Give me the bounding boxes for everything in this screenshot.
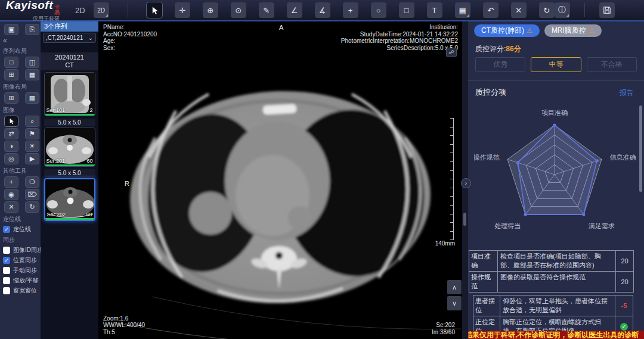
grade-medium-button[interactable]: 中等	[531, 57, 581, 72]
magnifier-icon: ⌕	[30, 117, 34, 125]
info-icon: ⓘ	[558, 5, 566, 15]
thumb-series-number: Ser:101	[47, 107, 66, 113]
pan-tool-button[interactable]: ✛	[175, 2, 190, 18]
rectangle-tool-button[interactable]: □	[399, 2, 414, 18]
invert-icon: ◑	[10, 142, 14, 150]
angle-tool-button[interactable]: ∠	[287, 2, 302, 18]
zoom-tool-button[interactable]: ⊕	[203, 2, 218, 18]
rail-delete-button[interactable]: ✕	[4, 201, 18, 213]
2d-icon: 2D	[97, 7, 105, 14]
slice-scrollbar-thumb[interactable]	[463, 213, 466, 226]
report-link[interactable]: 报告	[620, 88, 634, 98]
thumb-loaded-bar	[45, 164, 95, 166]
comment-button[interactable]: ❍	[25, 176, 39, 188]
layout-single-button[interactable]: □	[4, 57, 18, 68]
cursor-icon	[8, 117, 15, 125]
orientation-anterior: A	[279, 24, 283, 31]
window-presets-button[interactable]: ▦	[455, 2, 470, 18]
reset-button[interactable]: ↻	[539, 2, 555, 18]
checkbox-image-id-sync[interactable]: ✓ 图像ID同步	[3, 246, 38, 254]
qc-score: 质控评分:86分	[475, 44, 521, 54]
series-list-icon: ▣	[8, 26, 14, 33]
series-description: SeriesDescription:5.0 x 5.0	[341, 45, 458, 52]
target-button[interactable]: ◎	[4, 153, 18, 164]
cobb-angle-tool-button[interactable]: ∡	[315, 2, 330, 18]
cine-flag-button[interactable]: ⚑	[25, 128, 39, 139]
ellipse-tool-button[interactable]: ○	[371, 2, 386, 18]
tab-mri-qc[interactable]: MRI脑质控 ⚠	[544, 24, 602, 37]
grade-label: 中等	[549, 60, 563, 70]
pointer-tool-button[interactable]	[147, 2, 162, 18]
qc-item-penalty: -5	[615, 296, 633, 316]
slice-down-button[interactable]: ∨	[447, 296, 462, 310]
layout-3x3-button[interactable]: ▦	[25, 69, 39, 80]
floppy-save-icon	[603, 6, 611, 14]
grade-excellent-button[interactable]: 优秀	[475, 57, 525, 72]
flip-button[interactable]: ⇄	[4, 128, 18, 139]
add-button[interactable]: +	[4, 176, 18, 188]
series-panel: 3个序列 ,CT,20240121 ⌄ 20240121 CT Ser:101 …	[41, 21, 98, 339]
grade-label: 优秀	[493, 60, 507, 70]
panel-expand-button[interactable]: ›	[461, 178, 471, 188]
thumb-series-number: Ser:202	[47, 212, 66, 217]
mode-2d-button[interactable]: 2D	[94, 2, 109, 18]
series-list-button[interactable]: ▣	[4, 24, 18, 35]
series-dropdown[interactable]: ,CT,20240121 ⌄	[43, 33, 96, 43]
collapse-rail-button[interactable]: «	[3, 36, 38, 45]
brightness-button[interactable]: ☀	[25, 141, 39, 152]
rail-pointer-button[interactable]	[4, 116, 18, 127]
chevron-up-icon: ∧	[452, 284, 457, 291]
checkbox-zoom-pan-sync[interactable]: ✓ 缩放/平移	[3, 276, 38, 285]
layout-2x2-button[interactable]: ⊞	[4, 69, 18, 80]
checkbox-manual-sync[interactable]: ✓ 手动同步	[3, 266, 38, 275]
cross-marker-tool-button[interactable]: +	[343, 2, 358, 18]
text-tool-button[interactable]: T	[427, 2, 442, 18]
checkbox-wwwl-sync[interactable]: ✓ 窗宽窗位	[3, 287, 38, 295]
windowing-tool-button[interactable]: ⊙	[231, 2, 246, 18]
invert-button[interactable]: ◑	[4, 141, 18, 152]
left-tool-rail: ▣ ⎘ « 序列布局 □ ◫ ⊞ ▦ 图像布局 ⊞ ▦ 图像 ⌕ ⇄ ⚑ ◑ ☀…	[0, 21, 41, 339]
chevron-down-icon: ⌄	[88, 35, 93, 41]
thickness: Th:5	[103, 329, 145, 336]
save-button[interactable]	[599, 2, 615, 18]
rail-reset-button[interactable]: ↻	[25, 201, 39, 213]
reset-icon: ↻	[543, 6, 550, 15]
img-layout-2x2-button[interactable]: ⊞	[4, 92, 18, 104]
toolbar-separator	[584, 3, 585, 17]
series-thumbnail-201[interactable]: Ser:201 60	[44, 127, 95, 167]
checkbox-label: 图像ID同步	[13, 246, 43, 254]
measure-tool-button[interactable]: ✎	[259, 2, 274, 18]
checkbox-icon: ✓	[3, 226, 10, 233]
info-button[interactable]: ⓘ	[555, 2, 570, 18]
layout-2col-button[interactable]: ◫	[25, 57, 39, 68]
checkbox-position-sync[interactable]: ✓ 位置同步	[3, 256, 38, 265]
delete-annotation-button[interactable]: ✕	[511, 2, 527, 18]
checkbox-loc-line[interactable]: ✓ 定位线	[3, 225, 38, 234]
thumb-loaded-bar	[45, 218, 94, 220]
eraser-button[interactable]: ⌦	[25, 189, 39, 200]
ct-viewport[interactable]: PName: AccNO:2401210200 Age: Sex: Instit…	[98, 21, 462, 339]
slice-up-button[interactable]: ∧	[447, 280, 462, 294]
table-row: 患者摆位 仰卧位，双臂上举抱头，患者体位摆放合适，无明显偏斜 -5	[473, 295, 633, 316]
rail-magnifier-button[interactable]: ⌕	[25, 116, 39, 127]
ai-search-button[interactable]: ◉	[4, 189, 18, 200]
link-series-button[interactable]: ☍	[446, 48, 457, 57]
export-button[interactable]: ⎘	[25, 24, 39, 35]
toolbar-separator	[128, 3, 128, 17]
section-series-layout: 序列布局	[3, 47, 38, 55]
scale-ruler	[450, 118, 454, 240]
qc-panel-scrollbar-thumb[interactable]	[639, 105, 642, 192]
logo-tagline: 仅用于科研	[33, 16, 60, 21]
grade-fail-button[interactable]: 不合格	[587, 57, 637, 72]
play-button[interactable]: ▶	[25, 153, 39, 164]
checkbox-icon: ✓	[3, 287, 10, 294]
photometric: PhotometricInterpretation:MONOCHROME2	[341, 38, 458, 45]
tab-ct-qc[interactable]: CT质控(肺部) ⚠	[474, 24, 540, 37]
checkbox-icon: ✓	[3, 277, 10, 284]
qc-item-desc: 仰卧位，双臂上举抱头，患者体位摆放合适，无明显偏斜	[500, 296, 615, 316]
series-thumbnail-202-selected[interactable]: Ser:202 60	[44, 178, 95, 221]
img-layout-3x3-button[interactable]: ▦	[25, 92, 39, 104]
disclaimer-text: 结果仅用于科研,不作诊断证明，诊断以医生出具的诊断	[468, 331, 639, 339]
series-thumbnail-101[interactable]: Ser:101 2	[44, 72, 95, 116]
undo-button[interactable]: ↶	[483, 2, 499, 18]
